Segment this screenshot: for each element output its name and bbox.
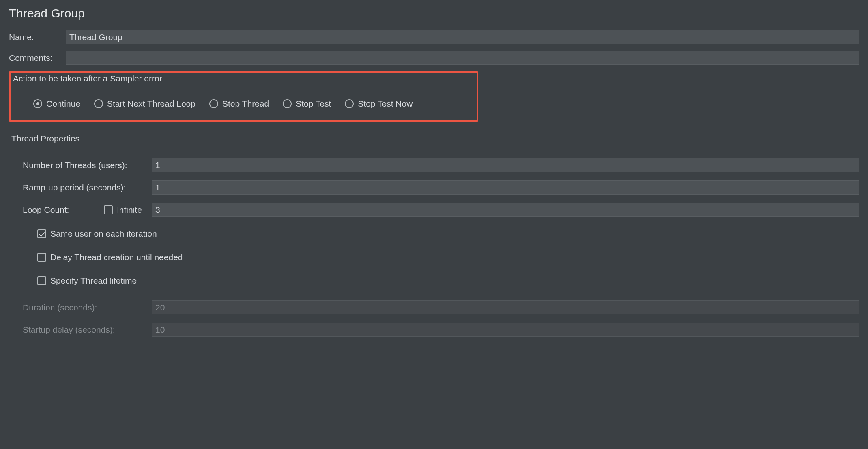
comments-input[interactable]	[66, 51, 859, 65]
delay-creation-checkbox[interactable]	[37, 253, 46, 262]
radio-stop-thread[interactable]: Stop Thread	[209, 99, 269, 109]
startup-delay-input	[152, 323, 859, 337]
ramp-up-input[interactable]	[152, 180, 859, 195]
radio-stop-test[interactable]: Stop Test	[283, 99, 331, 109]
num-threads-input[interactable]	[152, 158, 859, 172]
loop-infinite-label: Infinite	[117, 205, 142, 215]
radio-continue[interactable]: Continue	[33, 99, 80, 109]
name-input[interactable]	[66, 30, 859, 44]
radio-label: Continue	[46, 99, 80, 109]
error-action-group: Action to be taken after a Sampler error…	[11, 74, 477, 109]
specify-lifetime-label: Specify Thread lifetime	[50, 276, 137, 286]
comments-label: Comments:	[9, 53, 66, 63]
radio-start-next-loop[interactable]: Start Next Thread Loop	[94, 99, 196, 109]
radio-label: Start Next Thread Loop	[107, 99, 196, 109]
radio-icon	[283, 99, 292, 108]
thread-properties-group: Thread Properties Number of Threads (use…	[9, 134, 859, 345]
loop-count-input[interactable]	[152, 203, 859, 217]
radio-icon	[209, 99, 218, 108]
thread-properties-legend: Thread Properties	[11, 134, 84, 143]
specify-lifetime-checkbox[interactable]	[37, 276, 46, 285]
radio-icon	[345, 99, 354, 108]
page-title: Thread Group	[9, 6, 859, 20]
same-user-label: Same user on each iteration	[50, 229, 157, 239]
radio-stop-test-now[interactable]: Stop Test Now	[345, 99, 413, 109]
ramp-up-label: Ramp-up period (seconds):	[23, 183, 152, 192]
radio-label: Stop Test Now	[358, 99, 413, 109]
duration-input	[152, 300, 859, 314]
loop-infinite-checkbox[interactable]	[104, 205, 113, 214]
radio-icon	[33, 99, 42, 108]
num-threads-label: Number of Threads (users):	[23, 160, 152, 170]
error-action-radio-row: Continue Start Next Thread Loop Stop Thr…	[11, 83, 477, 109]
loop-count-label: Loop Count:	[23, 205, 104, 215]
error-action-highlight: Action to be taken after a Sampler error…	[9, 71, 478, 122]
radio-label: Stop Test	[296, 99, 331, 109]
radio-icon	[94, 99, 103, 108]
startup-delay-label: Startup delay (seconds):	[23, 325, 152, 335]
radio-label: Stop Thread	[222, 99, 269, 109]
duration-label: Duration (seconds):	[23, 303, 152, 312]
error-action-legend: Action to be taken after a Sampler error	[13, 74, 167, 83]
delay-creation-label: Delay Thread creation until needed	[50, 252, 183, 262]
name-label: Name:	[9, 32, 66, 42]
same-user-checkbox[interactable]	[37, 229, 46, 238]
